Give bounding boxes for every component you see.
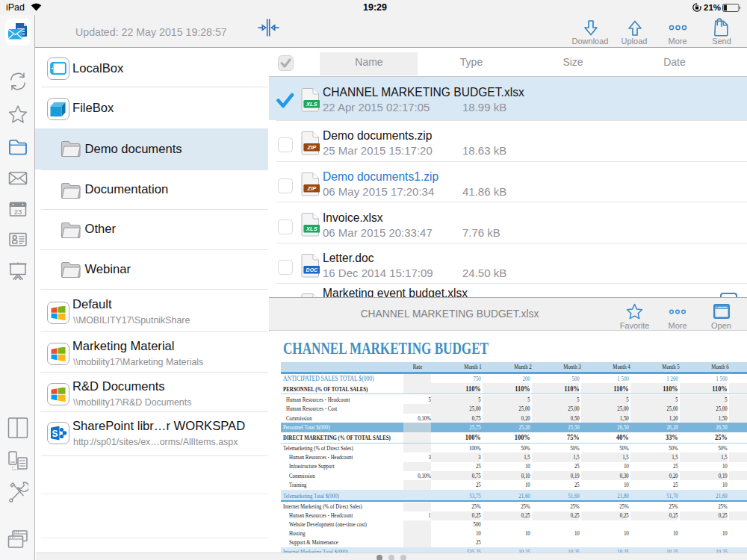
svg-text:XLS: XLS xyxy=(306,225,317,232)
svg-text:ZIP: ZIP xyxy=(306,185,317,192)
svg-text:XLS: XLS xyxy=(306,101,317,108)
svg-text:23: 23 xyxy=(14,208,22,216)
svg-text:DOC: DOC xyxy=(306,267,318,273)
svg-text:ZIP: ZIP xyxy=(306,144,317,151)
svg-text:S: S xyxy=(52,429,58,439)
